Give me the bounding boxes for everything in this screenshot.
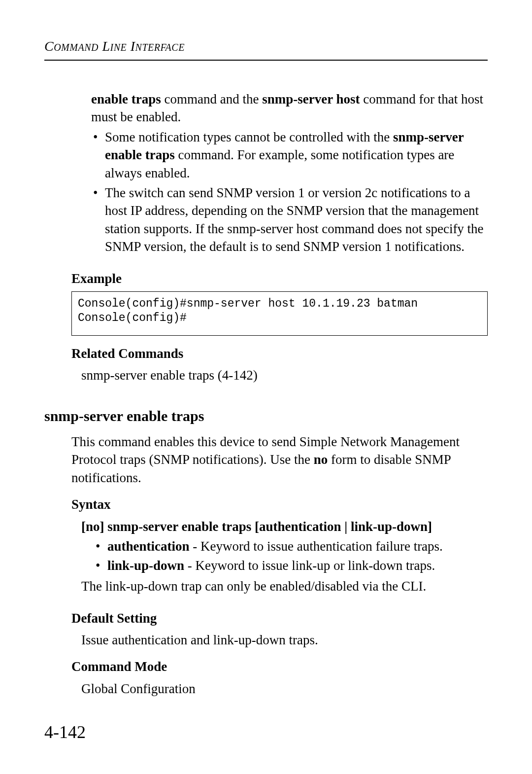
syntax-line: [no] snmp-server enable traps [authentic…: [81, 518, 488, 535]
list-item: The switch can send SNMP version 1 or ve…: [91, 184, 488, 256]
list-item: Some notification types cannot be contro…: [91, 128, 488, 182]
syntax-bullet-list: authentication - Keyword to issue authen…: [94, 537, 488, 574]
page-number: 4-142: [44, 720, 86, 744]
text: - Keyword to issue link-up or link-down …: [184, 558, 435, 573]
text: - Keyword to issue authentication failur…: [190, 539, 443, 554]
doc-page: Command Line Interface enable traps comm…: [0, 0, 532, 774]
default-setting-label: Default Setting: [71, 609, 488, 627]
description-paragraph: This command enables this device to send…: [71, 433, 488, 487]
continuation-paragraph: enable traps command and the snmp-server…: [91, 90, 488, 126]
body-block: enable traps command and the snmp-server…: [91, 90, 488, 256]
bold-auth: authentication: [107, 539, 190, 554]
syntax-label: Syntax: [71, 495, 488, 513]
bullet-list: Some notification types cannot be contro…: [91, 128, 488, 256]
related-commands-label: Related Commands: [71, 345, 488, 362]
bold-snmp-server-host: snmp-server host: [262, 92, 360, 106]
section-heading: snmp-server enable traps: [44, 406, 488, 426]
text: command and the: [161, 92, 262, 106]
bold-enable-traps: enable traps: [91, 92, 161, 106]
related-commands-text: snmp-server enable traps (4-142): [81, 366, 488, 384]
command-mode-label: Command Mode: [71, 658, 488, 675]
text: Some notification types cannot be contro…: [105, 130, 393, 144]
default-setting-text: Issue authentication and link-up-down tr…: [81, 631, 488, 649]
list-item: authentication - Keyword to issue authen…: [94, 537, 488, 555]
example-label: Example: [71, 270, 488, 287]
bold-link: link-up-down: [107, 558, 184, 573]
command-mode-text: Global Configuration: [81, 680, 488, 698]
bold-no: no: [314, 452, 328, 467]
list-item: link-up-down - Keyword to issue link-up …: [94, 557, 488, 574]
text: The switch can send SNMP version 1 or ve…: [105, 185, 484, 254]
code-example: Console(config)#snmp-server host 10.1.19…: [71, 291, 488, 336]
page-header: Command Line Interface: [44, 37, 488, 61]
syntax-note: The link-up-down trap can only be enable…: [81, 577, 488, 595]
